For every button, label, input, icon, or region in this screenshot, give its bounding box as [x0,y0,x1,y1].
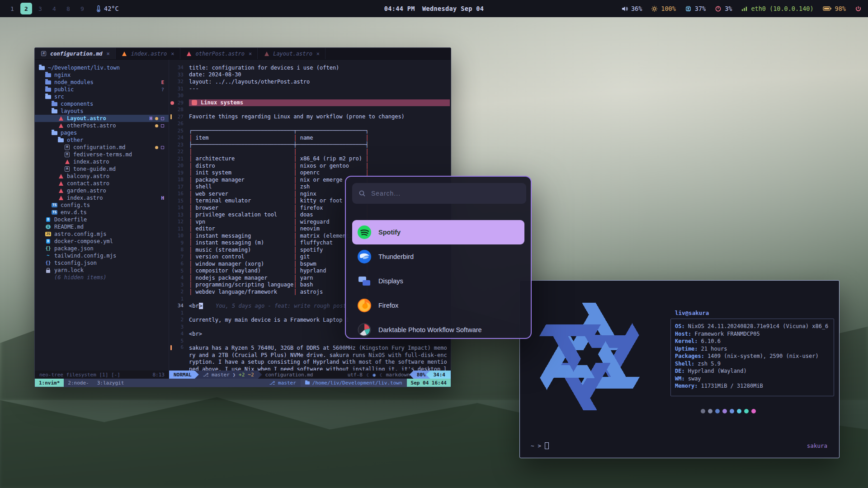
tree-item-~/Development/liv.town[interactable]: ~/Development/liv.town [35,64,169,71]
launcher-item-Firefox[interactable]: Firefox [352,293,524,318]
tab-configuration.md[interactable]: Mconfiguration.md× [35,48,116,59]
volume-value: 36% [631,5,642,12]
tmux-window-lazygit[interactable]: 3:lazygit [93,379,128,387]
close-icon[interactable]: × [107,51,110,57]
line-number: 7 [169,254,189,260]
git-status-segment: ⎇ master ❯ +2 ~2 [195,371,262,379]
tree-item-other[interactable]: other [35,136,169,144]
tree-item-balcony.astro[interactable]: balcony.astro [35,173,169,180]
buffer-line[interactable]: 29Linux systems [169,99,451,107]
memory-module: 37% [685,5,706,12]
tree-item-layouts[interactable]: layouts [35,108,169,115]
top-bar: 123489 42°C 04:44 PM Wednesday Sep 04 36… [0,0,868,17]
tree-item-nginx[interactable]: nginx [35,71,169,79]
tree-item-yarn.lock[interactable]: yarn.lock [35,267,169,274]
color-dot [751,409,756,413]
workspace-3[interactable]: 3 [34,3,46,14]
tree-item-Layout.astro[interactable]: Layout.astroH [35,115,169,122]
darktable-icon [358,323,371,337]
tree-item-tsconfig.json[interactable]: {}tsconfig.json [35,259,169,267]
workspace-9[interactable]: 9 [76,3,88,14]
tree-item-contact.astro[interactable]: contact.astro [35,180,169,187]
buffer-line[interactable]: 31--- [169,85,451,93]
buffer-line[interactable]: 19│ init system │ openrc │ [169,169,451,177]
tree-item-Dockerfile[interactable]: DDockerfile [35,216,169,223]
tree-item-garden.astro[interactable]: garden.astro [35,187,169,194]
workspace-2[interactable]: 2 [20,3,32,14]
buffer-line[interactable]: 6sakura has a Ryzen 5 7640U, 32GB of DDR… [169,344,451,371]
tree-item-components[interactable]: components [35,100,169,108]
tmux-window-nvim[interactable]: 1:nvim* [35,379,64,387]
readme-icon: i [46,225,51,230]
buffer-line[interactable]: 34title: configuration for devices i use… [169,64,451,71]
line-number: 22 [169,149,189,155]
line-number: 31 [169,86,189,92]
shell-prompt[interactable]: ~ > [531,442,549,449]
buffer-line[interactable]: 22│ │ │ [169,148,451,155]
separator-icon: ❮ [366,372,369,378]
astro-icon [59,116,63,121]
color-dot [701,409,705,413]
buffer-line[interactable]: 32layout: ../../layouts/otherPost.astro [169,78,451,85]
tree-item-node_modules[interactable]: node_modulesE [35,79,169,86]
tree-item-README.md[interactable]: iREADME.md [35,223,169,230]
workspace-4[interactable]: 4 [48,3,60,14]
line-number: 32 [169,79,189,84]
buffer-line[interactable]: 23├───────────────────────────────┼─────… [169,141,451,149]
tree-item-config.ts[interactable]: TSconfig.ts [35,202,169,209]
prompt-path: ~ [531,442,534,449]
buffer-line[interactable]: 25┌───────────────────────────────┬─────… [169,127,451,135]
tab-Layout.astro[interactable]: Layout.astro× [258,48,326,59]
buffer-line[interactable]: 33date: 2024-08-30 [169,71,451,79]
memory-value: 37% [695,5,706,12]
tree-item-configuration.md[interactable]: Mconfiguration.md [35,144,169,151]
tree-item-tailwind.config.mjs[interactable]: ~tailwind.config.mjs [35,252,169,259]
close-icon[interactable]: × [171,51,174,57]
launcher-item-Thunderbird[interactable]: Thunderbird [352,244,524,269]
buffer-line[interactable]: 20│ distro │ nixos or gentoo │ [169,162,451,169]
search-input[interactable] [371,190,520,197]
workspace-8[interactable]: 8 [62,3,74,14]
buffer-line[interactable]: 21│ architecture │ x86_64 (rip m2 pro) │ [169,155,451,163]
buffer-line[interactable]: 30 [169,92,451,99]
tree-item-tone-guide.md[interactable]: Mtone-guide.md [35,165,169,173]
buffer-line[interactable]: 24│ item │ name │ [169,134,451,141]
tree-item-fediverse-terms.md[interactable]: Mfediverse-terms.md [35,151,169,158]
close-icon[interactable]: × [249,51,252,57]
tree-item-(6 hidden items)[interactable]: (6 hidden items) [35,274,169,281]
tree-item-package.json[interactable]: {}package.json [35,245,169,252]
launcher-item-Displays[interactable]: Displays [352,269,524,293]
color-dot [744,409,749,413]
tree-item-env.d.ts[interactable]: TSenv.d.ts [35,209,169,216]
folder-icon [52,102,57,106]
close-icon[interactable]: × [316,51,320,57]
buffer-line[interactable]: 27Favorite things regarding Linux and my… [169,113,451,121]
text-cursor: > [199,303,203,309]
tree-item-astro.config.mjs[interactable]: JSastro.config.mjs [35,230,169,238]
tmux-window-node[interactable]: 2:node- [64,379,93,387]
launcher-item-label: Thunderbird [378,253,414,260]
power-button[interactable] [855,5,862,12]
tree-item-docker-compose.yml[interactable]: Ddocker-compose.yml [35,238,169,245]
tree-item-otherPost.astro[interactable]: otherPost.astro [35,122,169,129]
tree-item-index.astro[interactable]: index.astro [35,158,169,165]
line-number: 11 [169,226,189,232]
git-status-letter: ? [161,87,164,93]
tree-item-pages[interactable]: pages [35,129,169,136]
tmux-bar: 1:nvim* 2:node- 3:lazygit ⎇ master /home… [35,379,451,387]
tab-index.astro[interactable]: index.astro× [116,48,180,59]
tree-item-index.astro[interactable]: index.astroH [35,194,169,202]
line-number: 1 [169,296,189,302]
workspace-1[interactable]: 1 [6,3,18,14]
launcher-item-Darktable Photo Workflow Software[interactable]: Darktable Photo Workflow Software [352,318,524,339]
tree-item-public[interactable]: public? [35,86,169,93]
tree-item-src[interactable]: src [35,93,169,100]
tab-otherPost.astro[interactable]: otherPost.astro× [180,48,258,59]
buffer-line[interactable]: 26 [169,120,451,127]
network-value: eth0 (10.0.0.140) [751,5,813,12]
line-number: 28 [169,107,189,113]
launcher-item-Spotify[interactable]: Spotify [352,220,524,244]
buffer-line[interactable]: 28 [169,106,451,113]
line-number: 19 [169,170,189,176]
folder-icon [45,80,51,84]
